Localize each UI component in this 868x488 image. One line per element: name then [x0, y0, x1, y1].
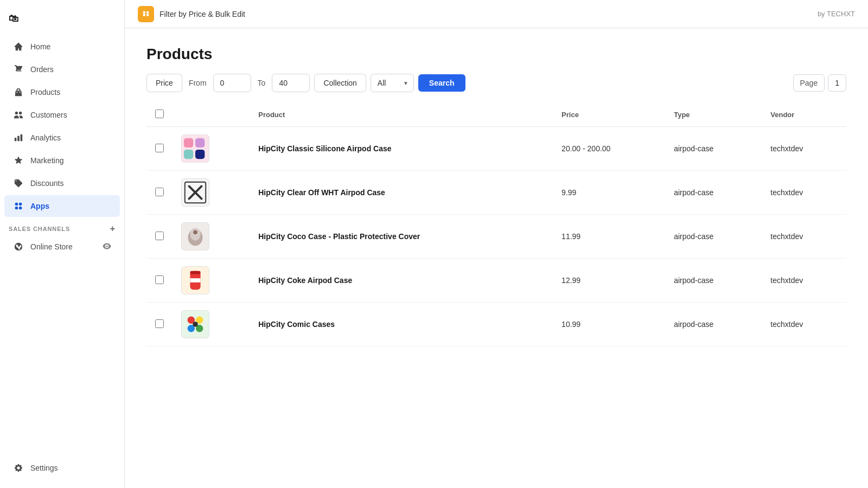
analytics-icon	[13, 132, 24, 143]
svg-rect-3	[184, 150, 193, 159]
to-input[interactable]	[272, 74, 310, 92]
vendor-header: Vendor	[762, 103, 846, 127]
table-row: HipCity Comic Cases 10.99 airpod-case te…	[146, 303, 846, 346]
apps-icon	[13, 201, 24, 211]
product-name-cell: HipCity Comic Cases	[250, 303, 553, 346]
row-select-checkbox[interactable]	[155, 188, 164, 196]
row-checkbox-cell	[146, 303, 173, 346]
product-type-cell: airpod-case	[665, 127, 762, 171]
product-price-cell: 11.99	[553, 215, 665, 259]
products-table: Product Price Type Vendor HipCity Classi…	[146, 103, 846, 346]
sidebar-analytics-label: Analytics	[30, 133, 61, 142]
sidebar-item-online-store[interactable]: Online Store	[4, 236, 120, 257]
product-name-cell: HipCity Coke Airpod Case	[250, 259, 553, 303]
add-sales-channel-button[interactable]: +	[110, 224, 116, 234]
page-number: 1	[828, 74, 846, 92]
product-thumb-cell	[173, 303, 250, 346]
product-vendor-cell: techxtdev	[762, 215, 846, 259]
product-type-cell: airpod-case	[665, 259, 762, 303]
product-thumbnail	[181, 310, 209, 338]
sidebar-item-home[interactable]: Home	[4, 36, 120, 57]
product-price-cell: 20.00 - 200.00	[553, 127, 665, 171]
sales-channels-section: SALES CHANNELS +	[0, 217, 124, 236]
sidebar-item-customers[interactable]: Customers	[4, 104, 120, 126]
svg-point-22	[193, 322, 198, 327]
table-row: HipCity Coco Case - Plastic Protective C…	[146, 215, 846, 259]
row-checkbox-cell	[146, 127, 173, 171]
content-area: Products Price From To Collection All Se…	[125, 28, 868, 488]
sidebar-item-discounts[interactable]: Discounts	[4, 172, 120, 194]
product-name: HipCity Classic Silicone Airpod Case	[258, 144, 391, 153]
to-label: To	[256, 79, 268, 87]
products-icon	[13, 87, 24, 98]
product-price-cell: 12.99	[553, 259, 665, 303]
svg-rect-15	[190, 278, 200, 282]
sidebar-item-settings[interactable]: Settings	[4, 457, 120, 479]
product-vendor-cell: techxtdev	[762, 303, 846, 346]
product-header: Product	[250, 103, 553, 127]
price-header: Price	[553, 103, 665, 127]
sidebar-item-marketing[interactable]: Marketing	[4, 150, 120, 171]
collection-select[interactable]: All	[371, 74, 414, 92]
filter-bar: Price From To Collection All Search Page…	[146, 74, 846, 92]
svg-rect-1	[184, 138, 193, 147]
topbar-title: Filter by Price & Bulk Edit	[159, 10, 245, 18]
sidebar: 🛍 Home Orders Products Customers Analyti…	[0, 0, 125, 488]
product-thumb-cell	[173, 171, 250, 215]
type-header: Type	[665, 103, 762, 127]
product-name: HipCity Clear Off WHT Airpod Case	[258, 188, 385, 197]
online-store-icon	[13, 241, 24, 252]
from-label: From	[187, 79, 209, 87]
product-name-cell: HipCity Coco Case - Plastic Protective C…	[250, 215, 553, 259]
row-select-checkbox[interactable]	[155, 275, 164, 284]
row-select-checkbox[interactable]	[155, 319, 164, 328]
product-name: HipCity Comic Cases	[258, 320, 335, 329]
collection-select-wrapper: All	[371, 74, 414, 92]
sidebar-customers-label: Customers	[30, 111, 67, 119]
product-thumb-cell	[173, 259, 250, 303]
online-store-eye-icon[interactable]	[103, 242, 111, 252]
sidebar-item-products[interactable]: Products	[4, 81, 120, 103]
home-icon	[13, 41, 24, 52]
svg-rect-4	[195, 150, 205, 159]
product-thumbnail	[181, 222, 209, 251]
search-button[interactable]: Search	[418, 74, 465, 92]
page-control: Page 1	[793, 74, 847, 92]
from-input[interactable]	[213, 74, 251, 92]
sidebar-orders-label: Orders	[30, 65, 54, 74]
select-all-checkbox[interactable]	[155, 110, 164, 118]
table-row: HipCity Coke Airpod Case 12.99 airpod-ca…	[146, 259, 846, 303]
product-thumbnail	[181, 178, 209, 207]
row-checkbox-cell	[146, 259, 173, 303]
thumb-header	[173, 103, 250, 127]
sidebar-item-apps[interactable]: Apps	[4, 195, 120, 217]
product-thumbnail	[181, 266, 209, 294]
svg-rect-16	[190, 271, 200, 274]
marketing-icon	[13, 155, 24, 166]
topbar-byline: by TECHXT	[818, 10, 855, 18]
product-vendor-cell: techxtdev	[762, 259, 846, 303]
table-row: HipCity Classic Silicone Airpod Case 20.…	[146, 127, 846, 171]
row-select-checkbox[interactable]	[155, 232, 164, 240]
collection-button[interactable]: Collection	[314, 74, 366, 92]
table-row: HipCity Clear Off WHT Airpod Case 9.99 a…	[146, 171, 846, 215]
online-store-label: Online Store	[30, 242, 73, 251]
sidebar-discounts-label: Discounts	[30, 179, 63, 188]
product-type-cell: airpod-case	[665, 215, 762, 259]
page-label: Page	[793, 74, 825, 92]
svg-point-11	[190, 228, 200, 241]
sidebar-apps-label: Apps	[30, 202, 49, 210]
svg-rect-2	[195, 138, 205, 147]
product-thumb-cell	[173, 127, 250, 171]
orders-icon	[13, 64, 24, 75]
row-select-checkbox[interactable]	[155, 144, 164, 152]
price-filter-button[interactable]: Price	[146, 74, 182, 92]
product-vendor-cell: techxtdev	[762, 171, 846, 215]
sidebar-home-label: Home	[30, 42, 50, 51]
topbar: Filter by Price & Bulk Edit by TECHXT	[125, 0, 868, 28]
sidebar-item-orders[interactable]: Orders	[4, 59, 120, 80]
sidebar-item-analytics[interactable]: Analytics	[4, 127, 120, 149]
row-checkbox-cell	[146, 171, 173, 215]
product-name-cell: HipCity Classic Silicone Airpod Case	[250, 127, 553, 171]
product-name-cell: HipCity Clear Off WHT Airpod Case	[250, 171, 553, 215]
